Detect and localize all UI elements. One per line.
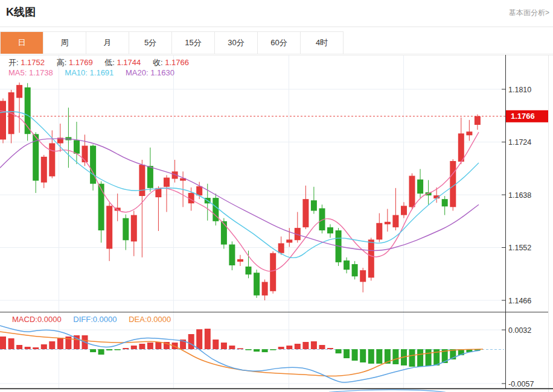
svg-text:1.1638: 1.1638 [508,191,531,200]
close-value: 1.1766 [165,58,189,67]
low-label: 低: [104,58,115,67]
svg-text:1.1466: 1.1466 [508,297,531,305]
svg-text:-0.0057: -0.0057 [508,380,534,388]
open-label: 开: [8,58,19,67]
high-label: 高: [57,58,67,67]
svg-text:1.1724: 1.1724 [508,138,531,147]
diff-label: DIFF: [73,315,93,324]
ma5-value: 1.1738 [29,68,53,77]
candles-layer [0,83,481,300]
macd-value: 0.0000 [37,315,62,324]
open-value: 1.1752 [21,58,45,67]
svg-text:1.1810: 1.1810 [508,86,531,94]
macd-label: MACD: [12,315,37,324]
dea-value: 0.0000 [147,315,171,324]
close-label: 收: [153,58,163,67]
diff-line [0,326,480,382]
svg-text:1.1552: 1.1552 [508,244,531,252]
ma5-line [0,111,479,271]
macd-histogram [0,329,481,367]
ma20-label: MA20: [126,68,149,77]
high-value: 1.1769 [69,58,93,67]
diff-value: 0.0000 [93,315,117,324]
macd-legend: MACD:0.0000 DIFF:0.0000 DEA:0.0000 [12,315,181,324]
ohlc-legend: 开: 1.1752 高: 1.1769 低: 1.1744 收: 1.1766 [8,57,199,68]
next-panel-preview [329,390,446,392]
ma10-label: MA10: [65,68,88,77]
svg-text:1.1766: 1.1766 [511,112,535,121]
price-axis-labels: 1.18101.17241.16381.15521.14660.0032-0.0… [502,86,534,388]
current-price-tag: 1.1766 [506,110,548,122]
low-value: 1.1744 [117,58,141,67]
ma-legend: MA5: 1.1738 MA10: 1.1691 MA20: 1.1630 [8,68,184,77]
svg-text:0.0032: 0.0032 [508,326,531,335]
ma10-line [0,112,479,258]
ma20-value: 1.1630 [150,68,174,77]
kline-app: K线图 基本面分析> 日 周 月 5分 15分 30分 60分 4时 开: 1.… [0,0,553,392]
ma5-label: MA5: [8,68,27,77]
ma10-value: 1.1691 [90,68,114,77]
dea-label: DEA: [129,315,147,324]
